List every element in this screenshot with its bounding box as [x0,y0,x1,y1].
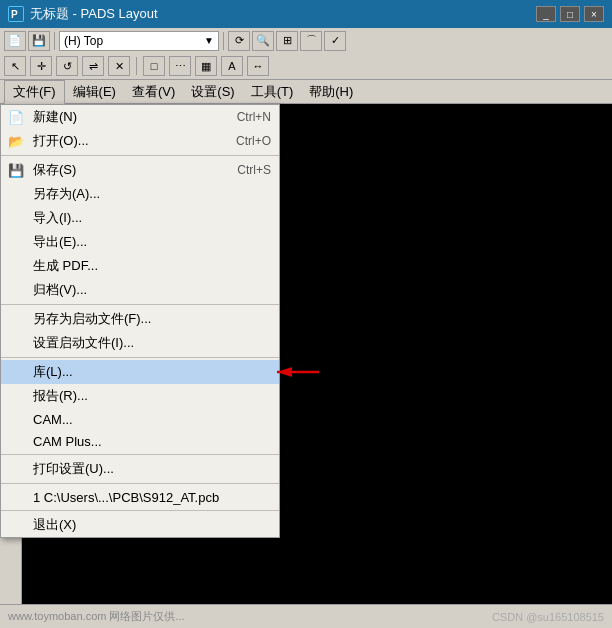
toolbar-separator3 [136,57,137,75]
menu-item-save-shortcut: Ctrl+S [237,163,271,177]
menu-item-setstartup-label: 设置启动文件(I)... [33,334,134,352]
menu-sep3 [1,357,279,358]
tb-move-button[interactable]: ✛ [30,56,52,76]
toolbar-row2: ↖ ✛ ↺ ⇌ ✕ □ ⋯ ▦ A ↔ [0,54,612,80]
tb-text-button[interactable]: A [221,56,243,76]
menu-item-saveas-label: 另存为(A)... [33,185,100,203]
minimize-button[interactable]: _ [536,6,556,22]
menu-view[interactable]: 查看(V) [124,81,183,103]
menu-item-printsetup-label: 打印设置(U)... [33,460,114,478]
menu-sep6 [1,510,279,511]
menu-item-genpdf-label: 生成 PDF... [33,257,98,275]
menu-item-open-shortcut: Ctrl+O [236,134,271,148]
menu-item-save-label: 保存(S) [33,161,76,179]
menu-sep5 [1,483,279,484]
tb-copper-button[interactable]: ▦ [195,56,217,76]
menu-item-open[interactable]: 📂 打开(O)... Ctrl+O [1,129,279,153]
title-bar: P 无标题 - PADS Layout _ □ × [0,0,612,28]
menu-item-printsetup[interactable]: 打印设置(U)... [1,457,279,481]
menu-item-export[interactable]: 导出(E)... [1,230,279,254]
tb-delete-button[interactable]: ✕ [108,56,130,76]
menu-item-new[interactable]: 📄 新建(N) Ctrl+N [1,105,279,129]
tb-route-button[interactable]: ⌒ [300,31,322,51]
tb-dim-button[interactable]: ↔ [247,56,269,76]
status-bar: www.toymoban.com 网络图片仅供... CSDN @su16510… [0,604,612,628]
tb-drc-button[interactable]: ✓ [324,31,346,51]
layer-select[interactable]: (H) Top ▼ [59,31,219,51]
menu-item-export-label: 导出(E)... [33,233,87,251]
svg-text:P: P [11,9,18,20]
menu-item-exit-label: 退出(X) [33,516,76,534]
menu-item-archive[interactable]: 归档(V)... [1,278,279,302]
menu-file[interactable]: 文件(F) [4,80,65,104]
menu-item-library[interactable]: 库(L)... [1,360,279,384]
menu-item-camplus-label: CAM Plus... [33,434,102,449]
tb-rotate-button[interactable]: ↺ [56,56,78,76]
menu-item-saveasstartup[interactable]: 另存为启动文件(F)... [1,307,279,331]
menu-item-archive-label: 归档(V)... [33,281,87,299]
open-icon: 📂 [7,132,25,150]
watermark-right: CSDN @su165108515 [492,611,604,623]
menu-item-recentfile[interactable]: 1 C:\Users\...\PCB\S912_AT.pcb [1,486,279,508]
menu-item-setstartup[interactable]: 设置启动文件(I)... [1,331,279,355]
toolbar-row1: 📄 💾 (H) Top ▼ ⟳ 🔍 ⊞ ⌒ ✓ [0,28,612,54]
menu-item-exit[interactable]: 退出(X) [1,513,279,537]
tb-grid-button[interactable]: ⊞ [276,31,298,51]
menu-item-import-label: 导入(I)... [33,209,82,227]
save-icon: 💾 [7,161,25,179]
tb-component-button[interactable]: □ [143,56,165,76]
menu-item-new-shortcut: Ctrl+N [237,110,271,124]
menu-item-genpdf[interactable]: 生成 PDF... [1,254,279,278]
menu-item-saveasstartup-label: 另存为启动文件(F)... [33,310,151,328]
title-text: 无标题 - PADS Layout [30,5,158,23]
menu-item-open-label: 打开(O)... [33,132,89,150]
menu-item-cam-label: CAM... [33,412,73,427]
toolbar-area: 📄 💾 (H) Top ▼ ⟳ 🔍 ⊞ ⌒ ✓ ↖ ✛ ↺ ⇌ ✕ □ ⋯ ▦ … [0,28,612,80]
menu-sep2 [1,304,279,305]
toolbar-separator1 [54,32,55,50]
tb-new-button[interactable]: 📄 [4,31,26,51]
menu-item-import[interactable]: 导入(I)... [1,206,279,230]
menu-edit[interactable]: 编辑(E) [65,81,124,103]
maximize-button[interactable]: □ [560,6,580,22]
layer-select-value: (H) Top [64,34,103,48]
menu-setup[interactable]: 设置(S) [183,81,242,103]
menu-help[interactable]: 帮助(H) [301,81,361,103]
new-icon: 📄 [7,108,25,126]
red-arrow-icon [271,362,321,382]
tb-refresh-button[interactable]: ⟳ [228,31,250,51]
tb-select-button[interactable]: ↖ [4,56,26,76]
watermark-left: www.toymoban.com 网络图片仅供... [8,609,185,624]
tb-mirror-button[interactable]: ⇌ [82,56,104,76]
tb-zoom-button[interactable]: 🔍 [252,31,274,51]
menu-item-new-label: 新建(N) [33,108,77,126]
menu-item-saveas[interactable]: 另存为(A)... [1,182,279,206]
menu-item-report[interactable]: 报告(R)... [1,384,279,408]
menu-item-camplus[interactable]: CAM Plus... [1,430,279,452]
menu-bar: 文件(F) 编辑(E) 查看(V) 设置(S) 工具(T) 帮助(H) 📄 新建… [0,80,612,104]
menu-item-cam[interactable]: CAM... [1,408,279,430]
menu-item-library-label: 库(L)... [33,363,73,381]
file-menu-dropdown: 📄 新建(N) Ctrl+N 📂 打开(O)... Ctrl+O 💾 保存(S)… [0,104,280,538]
menu-sep4 [1,454,279,455]
menu-item-report-label: 报告(R)... [33,387,88,405]
tb-save-button[interactable]: 💾 [28,31,50,51]
window-controls: _ □ × [536,6,604,22]
toolbar-separator2 [223,32,224,50]
menu-item-save[interactable]: 💾 保存(S) Ctrl+S [1,158,279,182]
menu-item-recentfile-label: 1 C:\Users\...\PCB\S912_AT.pcb [33,490,219,505]
menu-sep1 [1,155,279,156]
close-button[interactable]: × [584,6,604,22]
layer-select-arrow-icon: ▼ [204,35,214,46]
menu-tools[interactable]: 工具(T) [243,81,302,103]
app-icon: P [8,6,24,22]
tb-trace-button[interactable]: ⋯ [169,56,191,76]
